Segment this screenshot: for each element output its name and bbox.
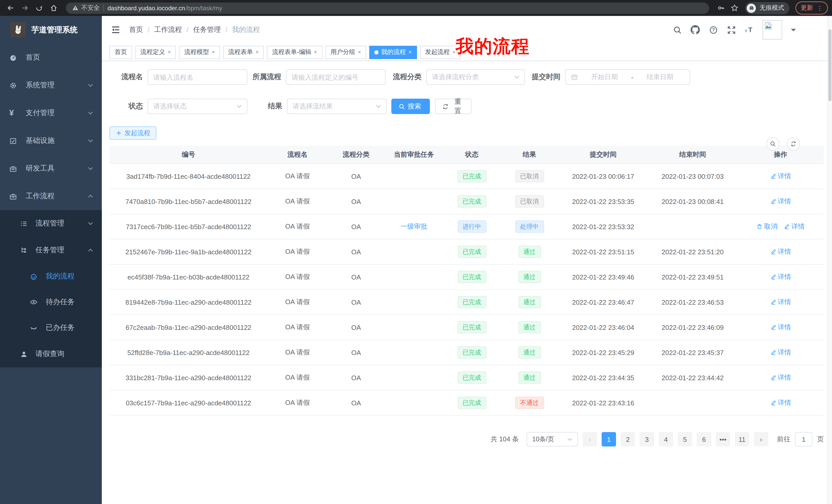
- page-ellipsis[interactable]: •••: [716, 432, 730, 446]
- view-tab[interactable]: 首页 ×: [109, 46, 132, 59]
- view-tab[interactable]: 我的流程 ×: [369, 46, 417, 59]
- address-bar[interactable]: 不安全 dashboard.yudao.iocoder.cn/bpm/task/…: [66, 2, 709, 13]
- page-button[interactable]: 2: [621, 432, 635, 446]
- incognito-badge[interactable]: 无痕模式: [745, 2, 789, 14]
- page-button[interactable]: 1: [602, 432, 616, 446]
- edit-icon: [770, 324, 776, 330]
- sidebar-item-home[interactable]: 首页: [0, 44, 102, 72]
- main-area: 首页 / 工作流程 / 任务管理 / 我的流程 ?: [102, 16, 832, 504]
- sidebar-item-system[interactable]: 系统管理: [0, 72, 102, 99]
- back-button[interactable]: [4, 2, 17, 14]
- tab-close-icon[interactable]: ×: [314, 49, 317, 55]
- detail-link[interactable]: 详情: [770, 272, 791, 282]
- create-process-button[interactable]: 发起流程: [109, 127, 156, 140]
- help-icon[interactable]: ?: [709, 25, 718, 34]
- tab-close-icon[interactable]: ×: [358, 49, 361, 55]
- view-tab[interactable]: 流程表单 ×: [223, 46, 264, 59]
- process-def-input[interactable]: [286, 69, 386, 85]
- update-button[interactable]: 更新 ⋮: [796, 2, 828, 15]
- key-icon[interactable]: [715, 2, 727, 13]
- search-button[interactable]: 搜索: [391, 99, 430, 114]
- detail-link[interactable]: 详情: [770, 373, 791, 382]
- chevron-down-icon: [88, 139, 93, 143]
- browser-toolbar: 不安全 dashboard.yudao.iocoder.cn/bpm/task/…: [0, 0, 832, 16]
- cancel-link[interactable]: 取消: [756, 222, 778, 231]
- cell-submit-time: 2022-01-22 23:51:15: [558, 248, 648, 256]
- page-button[interactable]: 4: [659, 432, 673, 446]
- detail-link[interactable]: 详情: [770, 323, 791, 332]
- forward-button[interactable]: [19, 2, 31, 14]
- detail-link[interactable]: 详情: [770, 247, 791, 256]
- jump-page-input[interactable]: [795, 432, 812, 446]
- sidebar-collapse-icon[interactable]: [110, 25, 121, 35]
- next-page-button[interactable]: ›: [754, 432, 768, 446]
- detail-link[interactable]: 详情: [784, 222, 805, 231]
- reload-button[interactable]: [33, 2, 45, 14]
- cell-operations: 详情: [737, 398, 824, 408]
- view-tab[interactable]: 流程表单-编辑 ×: [267, 46, 322, 59]
- detail-link[interactable]: 详情: [770, 398, 791, 408]
- scrollbar-thumb[interactable]: [828, 29, 831, 101]
- start-date-placeholder[interactable]: 开始日期: [580, 73, 629, 82]
- page-button[interactable]: 3: [640, 432, 654, 446]
- avatar[interactable]: [762, 20, 782, 39]
- detail-link[interactable]: 详情: [770, 348, 791, 357]
- page-size-select[interactable]: 10条/页: [526, 432, 578, 446]
- sidebar-item-process-mgmt[interactable]: 流程管理: [0, 210, 102, 237]
- sidebar-item-done-tasks[interactable]: 已办任务: [0, 315, 102, 341]
- status-badge: 通过: [518, 346, 541, 359]
- home-button[interactable]: [47, 2, 60, 14]
- filter-label: 提交时间: [525, 73, 565, 82]
- bookmark-star-icon[interactable]: [729, 2, 740, 13]
- reset-button[interactable]: 重置: [435, 99, 471, 114]
- sidebar-item-devtools[interactable]: 研发工具: [0, 155, 102, 183]
- font-size-icon[interactable]: тT: [745, 25, 754, 34]
- result-select[interactable]: 请选择流结果: [287, 99, 387, 114]
- fullscreen-icon[interactable]: [727, 25, 736, 34]
- avatar-caret-icon[interactable]: [791, 29, 796, 34]
- breadcrumb-workflow[interactable]: 工作流程: [154, 25, 182, 34]
- tab-close-icon[interactable]: ×: [167, 49, 171, 55]
- sidebar-item-leave-query[interactable]: 请假查询: [0, 341, 102, 367]
- process-name-input[interactable]: [148, 69, 247, 85]
- brand[interactable]: 芋道管理系统: [0, 16, 102, 44]
- show-search-icon[interactable]: [766, 137, 780, 150]
- detail-link[interactable]: 详情: [770, 197, 791, 206]
- view-tab[interactable]: 发起流程 ×: [420, 46, 461, 59]
- page-button[interactable]: 5: [678, 432, 692, 446]
- detail-link[interactable]: 详情: [770, 298, 791, 307]
- sidebar-item-workflow[interactable]: 工作流程: [0, 183, 102, 210]
- filter-row-1: 流程名 所属流程 流程分类 请选择流程分类 提交时间 开始日期 - 结束日期: [102, 69, 832, 85]
- tab-close-icon[interactable]: ×: [408, 49, 412, 55]
- tab-close-icon[interactable]: ×: [212, 49, 215, 55]
- breadcrumb-task-mgmt[interactable]: 任务管理: [193, 25, 221, 34]
- sidebar-item-infra[interactable]: 基础设施: [0, 127, 102, 155]
- view-tab[interactable]: 流程模型 ×: [179, 46, 220, 59]
- detail-link[interactable]: 详情: [770, 172, 791, 181]
- view-tab[interactable]: 流程定义 ×: [135, 46, 176, 59]
- status-select[interactable]: 请选择状态: [148, 99, 247, 114]
- sidebar-item-payment[interactable]: ¥ 支付管理: [0, 99, 102, 127]
- github-icon[interactable]: [691, 25, 700, 34]
- tab-close-icon[interactable]: ×: [256, 49, 259, 55]
- submit-time-range[interactable]: 开始日期 - 结束日期: [565, 69, 690, 85]
- page-button[interactable]: 6: [697, 432, 711, 446]
- browser-menu-icon[interactable]: ⋮: [816, 5, 823, 11]
- current-task-link[interactable]: 一级审批: [400, 222, 427, 231]
- view-tab[interactable]: 用户分组 ×: [326, 46, 366, 59]
- sidebar-item-todo-tasks[interactable]: 待办任务: [0, 289, 102, 315]
- incognito-icon: [747, 3, 756, 12]
- category-select[interactable]: 请选择流程分类: [426, 69, 525, 85]
- tab-close-icon[interactable]: ×: [452, 49, 456, 55]
- sidebar-item-task-mgmt[interactable]: 任务管理: [0, 237, 102, 263]
- security-indicator[interactable]: 不安全: [72, 4, 100, 12]
- page-button[interactable]: 11: [735, 432, 749, 446]
- cell-operations: 详情: [737, 298, 824, 307]
- sidebar-item-my-processes[interactable]: 我的流程: [0, 263, 102, 289]
- chevron-up-icon: [88, 194, 93, 198]
- end-date-placeholder[interactable]: 结束日期: [635, 73, 684, 82]
- search-icon[interactable]: [673, 25, 682, 34]
- refresh-table-icon[interactable]: [787, 137, 800, 150]
- breadcrumb-home[interactable]: 首页: [129, 25, 143, 34]
- prev-page-button[interactable]: ‹: [582, 432, 597, 446]
